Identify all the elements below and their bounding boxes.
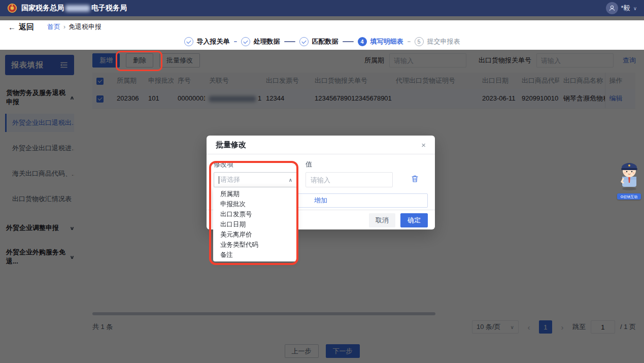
tax-officer-mascot-image (618, 159, 640, 191)
chevron-up-icon: ∧ (289, 177, 292, 183)
option-business-type-code[interactable]: 业务类型代码 (213, 240, 296, 250)
confirm-button[interactable]: 确定 (400, 213, 428, 227)
modal-mask-strip (0, 16, 644, 20)
step-match: 匹配数据 (299, 37, 338, 46)
breadcrumb-separator-icon: › (63, 23, 65, 30)
breadcrumb: ← 返回 首页 › 免退税申报 (0, 20, 644, 34)
assistant-mascot[interactable]: 征纳互动 (617, 159, 641, 200)
breadcrumb-current: 免退税申报 (69, 22, 101, 31)
back-arrow-icon: ← (8, 23, 16, 31)
step-connector (408, 41, 411, 42)
step-process: 处理数据 (241, 37, 280, 46)
back-button[interactable]: ← 返回 (8, 22, 34, 32)
value-input[interactable] (306, 172, 393, 187)
option-usd-fob[interactable]: 美元离岸价 (213, 229, 296, 240)
step-import: 导入报关单 (184, 37, 230, 46)
breadcrumb-home[interactable]: 首页 (47, 22, 60, 31)
step-done-check-icon (299, 37, 309, 46)
field-select-dropdown: 所属期 申报批次 出口发票号 出口日期 美元离岸价 业务类型代码 备注 (213, 187, 296, 261)
person-icon (608, 5, 616, 12)
step-number-badge: 5 (415, 37, 424, 46)
step-number-badge: 4 (358, 37, 367, 46)
field-select[interactable]: 请选择 ∧ (214, 172, 297, 187)
trash-icon (411, 175, 419, 183)
step-submit: 5 提交申报表 (415, 37, 460, 46)
value-label: 值 (306, 160, 393, 169)
step-done-check-icon (184, 37, 193, 46)
step-done-check-icon (241, 37, 250, 46)
option-batch[interactable]: 申报批次 (213, 199, 296, 209)
text-caret (219, 176, 219, 184)
user-menu-chevron-icon[interactable]: ∨ (633, 6, 637, 11)
step-connector (234, 41, 237, 42)
option-export-date[interactable]: 出口日期 (213, 219, 296, 229)
delete-row-button[interactable] (411, 175, 419, 185)
close-icon[interactable]: × (421, 141, 426, 149)
app-header: 国家税务总局 电子税务局 *毅 ∨ (0, 0, 644, 16)
redacted-region-name (65, 5, 90, 12)
step-connector (284, 41, 295, 42)
user-name[interactable]: *毅 (621, 4, 630, 13)
user-avatar[interactable] (606, 2, 618, 14)
cancel-button[interactable]: 取消 (369, 213, 395, 227)
option-remark[interactable]: 备注 (213, 250, 296, 260)
tax-emblem-logo (7, 3, 17, 13)
option-invoice-no[interactable]: 出口发票号 (213, 209, 296, 219)
app-title: 国家税务总局 电子税务局 (21, 4, 127, 13)
steps-indicator: 导入报关单 处理数据 匹配数据 4 填写明细表 5 提交申报表 (0, 34, 644, 50)
mascot-label-icon (621, 195, 623, 198)
mascot-label[interactable]: 征纳互动 (617, 193, 641, 200)
step-fill-detail: 4 填写明细表 (358, 37, 403, 46)
option-period[interactable]: 所属期 (213, 189, 296, 199)
field-label: 修改项 (214, 160, 297, 169)
modal-title: 批量修改 (216, 140, 246, 150)
step-connector (343, 41, 354, 42)
